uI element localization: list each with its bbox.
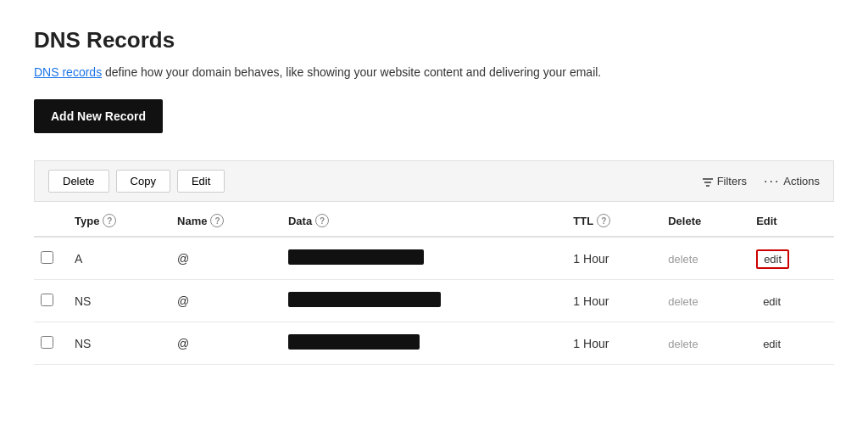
type-help-icon[interactable]: ? xyxy=(103,214,116,227)
edit-button[interactable]: Edit xyxy=(177,170,225,193)
row-name: @ xyxy=(167,280,278,322)
row-data xyxy=(278,237,563,280)
row-type: NS xyxy=(64,280,167,322)
toolbar-left-actions: Delete Copy Edit xyxy=(48,170,225,193)
col-name: Name ? xyxy=(167,202,278,237)
row-checkbox[interactable] xyxy=(41,336,53,349)
data-help-icon[interactable]: ? xyxy=(315,214,329,227)
dns-records-link[interactable]: DNS records xyxy=(34,65,102,79)
page-description: DNS records define how your domain behav… xyxy=(34,65,834,79)
row-checkbox[interactable] xyxy=(41,294,53,306)
row-edit-link[interactable]: edit xyxy=(756,249,789,269)
row-ttl: 1 Hour xyxy=(563,237,658,280)
row-delete-link[interactable]: delete xyxy=(668,338,698,350)
table-row: NS@1 Hourdeleteedit xyxy=(34,322,834,365)
actions-dots-icon: ··· xyxy=(764,174,780,189)
col-edit: Edit xyxy=(746,202,834,237)
add-new-record-button[interactable]: Add New Record xyxy=(34,99,163,133)
actions-button[interactable]: ··· Actions xyxy=(764,174,820,189)
table-row: NS@1 Hourdeleteedit xyxy=(34,280,834,322)
row-type: NS xyxy=(64,322,167,365)
row-edit-cell: edit xyxy=(746,280,834,322)
row-checkbox-cell xyxy=(34,280,64,322)
redacted-data xyxy=(288,249,424,265)
row-delete-link[interactable]: delete xyxy=(668,253,698,266)
row-data xyxy=(278,280,563,322)
row-edit-link[interactable]: edit xyxy=(756,293,787,311)
filters-button[interactable]: Filters xyxy=(702,175,747,187)
row-edit-cell: edit xyxy=(746,322,834,365)
col-ttl: TTL ? xyxy=(563,202,658,237)
row-delete-cell: delete xyxy=(658,237,746,280)
name-help-icon[interactable]: ? xyxy=(210,214,224,227)
dns-records-table: Type ? Name ? Data ? xyxy=(34,202,834,365)
delete-button[interactable]: Delete xyxy=(48,170,109,193)
row-delete-link[interactable]: delete xyxy=(668,295,698,308)
row-edit-cell: edit xyxy=(746,237,834,280)
row-edit-link[interactable]: edit xyxy=(756,335,787,353)
redacted-data xyxy=(288,334,420,350)
row-delete-cell: delete xyxy=(658,280,746,322)
col-delete: Delete xyxy=(658,202,746,237)
row-type: A xyxy=(64,237,167,280)
select-all-col xyxy=(34,202,64,237)
page-title: DNS Records xyxy=(34,27,834,53)
dns-records-table-wrap: Type ? Name ? Data ? xyxy=(34,202,834,365)
row-data xyxy=(278,322,563,365)
row-name: @ xyxy=(167,237,278,280)
copy-button[interactable]: Copy xyxy=(116,170,170,193)
row-checkbox-cell xyxy=(34,237,64,280)
redacted-data xyxy=(288,292,441,307)
row-ttl: 1 Hour xyxy=(563,280,658,322)
col-data: Data ? xyxy=(278,202,563,237)
col-type: Type ? xyxy=(64,202,167,237)
row-name: @ xyxy=(167,322,278,365)
toolbar-right-actions: Filters ··· Actions xyxy=(702,174,820,189)
row-checkbox-cell xyxy=(34,322,64,365)
table-row: A@1 Hourdeleteedit xyxy=(34,237,834,280)
row-checkbox[interactable] xyxy=(41,251,53,264)
ttl-help-icon[interactable]: ? xyxy=(597,214,610,227)
row-delete-cell: delete xyxy=(658,322,746,365)
row-ttl: 1 Hour xyxy=(563,322,658,365)
records-toolbar: Delete Copy Edit Filters ··· Actions xyxy=(34,160,834,202)
filter-icon xyxy=(702,176,714,187)
